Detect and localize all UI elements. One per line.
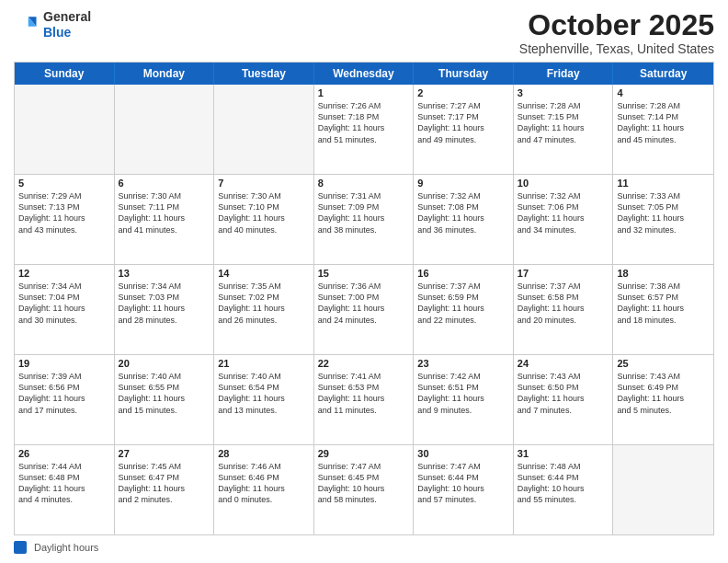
day-number: 25 <box>617 358 710 369</box>
weekday-header-monday: Monday <box>115 63 215 85</box>
day-number: 16 <box>417 268 509 279</box>
day-number: 5 <box>18 178 110 189</box>
day-number: 3 <box>518 87 609 98</box>
day-info: Sunrise: 7:28 AM Sunset: 7:14 PM Dayligh… <box>617 100 710 145</box>
day-number: 4 <box>617 87 710 98</box>
day-number: 14 <box>218 268 310 279</box>
calendar-cell: 16Sunrise: 7:37 AM Sunset: 6:59 PM Dayli… <box>414 265 514 354</box>
day-info: Sunrise: 7:39 AM Sunset: 6:56 PM Dayligh… <box>18 371 110 416</box>
day-number: 29 <box>318 448 410 459</box>
calendar-cell: 10Sunrise: 7:32 AM Sunset: 7:06 PM Dayli… <box>514 175 614 264</box>
day-info: Sunrise: 7:42 AM Sunset: 6:51 PM Dayligh… <box>417 371 509 416</box>
calendar-cell <box>613 445 713 534</box>
calendar-cell: 9Sunrise: 7:32 AM Sunset: 7:08 PM Daylig… <box>414 175 514 264</box>
day-info: Sunrise: 7:35 AM Sunset: 7:02 PM Dayligh… <box>218 281 310 326</box>
calendar-cell: 5Sunrise: 7:29 AM Sunset: 7:13 PM Daylig… <box>15 175 115 264</box>
day-number: 30 <box>417 448 509 459</box>
calendar-cell: 2Sunrise: 7:27 AM Sunset: 7:17 PM Daylig… <box>414 85 514 174</box>
day-number: 7 <box>218 178 310 189</box>
day-info: Sunrise: 7:29 AM Sunset: 7:13 PM Dayligh… <box>18 190 110 236</box>
calendar-cell: 21Sunrise: 7:40 AM Sunset: 6:54 PM Dayli… <box>214 355 314 444</box>
calendar-cell: 8Sunrise: 7:31 AM Sunset: 7:09 PM Daylig… <box>314 175 415 264</box>
day-info: Sunrise: 7:43 AM Sunset: 6:49 PM Dayligh… <box>617 371 710 416</box>
calendar-cell: 6Sunrise: 7:30 AM Sunset: 7:11 PM Daylig… <box>115 175 215 264</box>
day-number: 31 <box>518 448 609 459</box>
weekday-header-tuesday: Tuesday <box>214 63 314 85</box>
calendar: SundayMondayTuesdayWednesdayThursdayFrid… <box>14 62 714 535</box>
day-info: Sunrise: 7:47 AM Sunset: 6:45 PM Dayligh… <box>318 461 410 506</box>
calendar-cell: 28Sunrise: 7:46 AM Sunset: 6:46 PM Dayli… <box>214 445 314 534</box>
day-info: Sunrise: 7:28 AM Sunset: 7:15 PM Dayligh… <box>518 100 609 145</box>
calendar-cell <box>15 85 115 174</box>
day-number: 24 <box>518 358 609 369</box>
day-number: 20 <box>119 358 210 369</box>
calendar-cell: 11Sunrise: 7:33 AM Sunset: 7:05 PM Dayli… <box>613 175 713 264</box>
calendar-cell: 19Sunrise: 7:39 AM Sunset: 6:56 PM Dayli… <box>15 355 115 444</box>
calendar-cell <box>115 85 215 174</box>
logo-general-text: General <box>43 9 91 25</box>
calendar-row-4: 26Sunrise: 7:44 AM Sunset: 6:48 PM Dayli… <box>15 444 713 534</box>
day-number: 8 <box>318 178 410 189</box>
day-info: Sunrise: 7:37 AM Sunset: 6:58 PM Dayligh… <box>518 281 609 326</box>
month-title: October 2025 <box>519 9 714 41</box>
day-number: 6 <box>119 178 210 189</box>
logo-icon <box>14 12 40 38</box>
day-info: Sunrise: 7:41 AM Sunset: 6:53 PM Dayligh… <box>318 371 410 416</box>
page: General Blue October 2025 Stephenville, … <box>0 0 728 563</box>
day-info: Sunrise: 7:30 AM Sunset: 7:10 PM Dayligh… <box>218 190 310 236</box>
day-info: Sunrise: 7:30 AM Sunset: 7:11 PM Dayligh… <box>119 190 210 236</box>
calendar-row-3: 19Sunrise: 7:39 AM Sunset: 6:56 PM Dayli… <box>15 354 713 444</box>
calendar-cell: 31Sunrise: 7:48 AM Sunset: 6:44 PM Dayli… <box>514 445 614 534</box>
calendar-cell: 4Sunrise: 7:28 AM Sunset: 7:14 PM Daylig… <box>613 85 713 174</box>
day-number: 11 <box>617 178 710 189</box>
footer: Daylight hours <box>14 541 714 554</box>
day-number: 1 <box>318 87 410 98</box>
day-info: Sunrise: 7:43 AM Sunset: 6:50 PM Dayligh… <box>518 371 609 416</box>
calendar-cell: 12Sunrise: 7:34 AM Sunset: 7:04 PM Dayli… <box>15 265 115 354</box>
logo: General Blue <box>14 9 91 40</box>
day-info: Sunrise: 7:27 AM Sunset: 7:17 PM Dayligh… <box>417 100 509 145</box>
day-info: Sunrise: 7:48 AM Sunset: 6:44 PM Dayligh… <box>518 461 609 506</box>
day-number: 17 <box>518 268 609 279</box>
calendar-cell: 24Sunrise: 7:43 AM Sunset: 6:50 PM Dayli… <box>514 355 614 444</box>
day-number: 27 <box>119 448 210 459</box>
calendar-cell: 25Sunrise: 7:43 AM Sunset: 6:49 PM Dayli… <box>613 355 713 444</box>
calendar-body: 1Sunrise: 7:26 AM Sunset: 7:18 PM Daylig… <box>15 85 713 534</box>
day-info: Sunrise: 7:34 AM Sunset: 7:04 PM Dayligh… <box>18 281 110 326</box>
title-area: October 2025 Stephenville, Texas, United… <box>519 9 714 56</box>
day-number: 21 <box>218 358 310 369</box>
day-number: 19 <box>18 358 110 369</box>
calendar-cell: 30Sunrise: 7:47 AM Sunset: 6:44 PM Dayli… <box>414 445 514 534</box>
day-number: 13 <box>119 268 210 279</box>
calendar-cell: 23Sunrise: 7:42 AM Sunset: 6:51 PM Dayli… <box>414 355 514 444</box>
calendar-cell: 17Sunrise: 7:37 AM Sunset: 6:58 PM Dayli… <box>514 265 614 354</box>
header: General Blue October 2025 Stephenville, … <box>14 9 714 56</box>
logo-blue-text: Blue <box>43 25 91 40</box>
day-info: Sunrise: 7:40 AM Sunset: 6:55 PM Dayligh… <box>119 371 210 416</box>
day-info: Sunrise: 7:32 AM Sunset: 7:06 PM Dayligh… <box>518 190 609 236</box>
weekday-header-saturday: Saturday <box>613 63 713 85</box>
calendar-row-1: 5Sunrise: 7:29 AM Sunset: 7:13 PM Daylig… <box>15 174 713 264</box>
calendar-header: SundayMondayTuesdayWednesdayThursdayFrid… <box>15 63 713 85</box>
day-info: Sunrise: 7:46 AM Sunset: 6:46 PM Dayligh… <box>218 461 310 506</box>
calendar-cell: 26Sunrise: 7:44 AM Sunset: 6:48 PM Dayli… <box>15 445 115 534</box>
legend-label: Daylight hours <box>34 542 98 553</box>
day-info: Sunrise: 7:33 AM Sunset: 7:05 PM Dayligh… <box>617 190 710 236</box>
legend-color-box <box>14 541 27 554</box>
calendar-cell: 22Sunrise: 7:41 AM Sunset: 6:53 PM Dayli… <box>314 355 415 444</box>
weekday-header-thursday: Thursday <box>414 63 514 85</box>
location-subtitle: Stephenville, Texas, United States <box>519 41 714 56</box>
weekday-header-wednesday: Wednesday <box>314 63 415 85</box>
calendar-row-2: 12Sunrise: 7:34 AM Sunset: 7:04 PM Dayli… <box>15 264 713 354</box>
day-info: Sunrise: 7:38 AM Sunset: 6:57 PM Dayligh… <box>617 281 710 326</box>
day-info: Sunrise: 7:34 AM Sunset: 7:03 PM Dayligh… <box>119 281 210 326</box>
calendar-cell: 1Sunrise: 7:26 AM Sunset: 7:18 PM Daylig… <box>314 85 415 174</box>
calendar-cell: 14Sunrise: 7:35 AM Sunset: 7:02 PM Dayli… <box>214 265 314 354</box>
calendar-row-0: 1Sunrise: 7:26 AM Sunset: 7:18 PM Daylig… <box>15 85 713 174</box>
day-number: 15 <box>318 268 410 279</box>
day-info: Sunrise: 7:47 AM Sunset: 6:44 PM Dayligh… <box>417 461 509 506</box>
day-number: 18 <box>617 268 710 279</box>
calendar-cell: 29Sunrise: 7:47 AM Sunset: 6:45 PM Dayli… <box>314 445 415 534</box>
calendar-cell: 20Sunrise: 7:40 AM Sunset: 6:55 PM Dayli… <box>115 355 215 444</box>
calendar-cell: 27Sunrise: 7:45 AM Sunset: 6:47 PM Dayli… <box>115 445 215 534</box>
